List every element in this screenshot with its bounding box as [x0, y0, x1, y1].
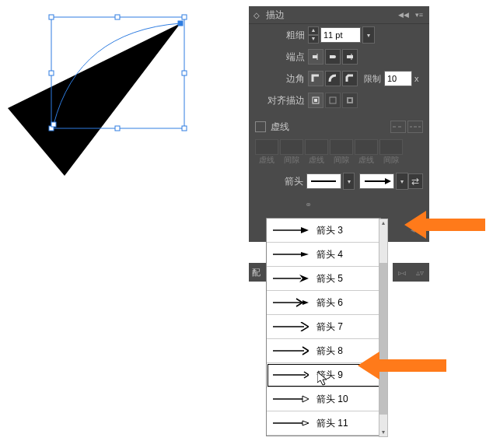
dash-field[interactable] [305, 139, 328, 155]
svg-marker-46 [302, 396, 309, 402]
panel-menu-icon[interactable]: ▾≡ [414, 11, 425, 19]
stroke-panel: ◇ 描边 ◀◀ ▾≡ 粗细 ▲ ▼ 11 pt ▾ 端点 边角 [249, 6, 429, 242]
cap-projecting-icon[interactable] [342, 49, 358, 65]
svg-rect-6 [115, 126, 120, 131]
svg-rect-12 [347, 55, 353, 58]
arrowhead-option[interactable]: 箭头 11 [267, 411, 380, 436]
arrowhead-option[interactable]: 箭头 5 [267, 267, 380, 291]
align-stroke-inside-icon[interactable] [325, 93, 341, 108]
flip-across-icon[interactable]: ▵▿ [416, 268, 424, 277]
profile-flip-icons: ▹◃ ▵▿ [393, 263, 429, 282]
svg-marker-27 [301, 227, 309, 233]
svg-line-38 [301, 327, 309, 331]
anchor-point[interactable] [178, 21, 183, 26]
weight-stepper[interactable]: ▲ ▼ [308, 26, 319, 44]
dash-align-corners-icon[interactable] [407, 121, 423, 133]
gap-field[interactable] [330, 139, 353, 155]
panel-collapse-left-icon[interactable]: ◀◀ [397, 11, 411, 19]
anchor-point[interactable] [51, 122, 56, 127]
svg-rect-15 [314, 99, 317, 102]
flip-along-icon[interactable]: ▹◃ [398, 268, 406, 277]
arrowhead-option[interactable]: 箭头 4 [267, 243, 380, 267]
limit-unit: x [414, 74, 419, 83]
svg-rect-17 [348, 98, 352, 103]
corner-miter-icon[interactable] [308, 71, 323, 86]
svg-rect-0 [49, 15, 54, 19]
swap-arrowheads-icon[interactable]: ⇄ [408, 173, 423, 189]
triangle-shape[interactable] [8, 23, 180, 176]
align-row: 对齐描边 [249, 89, 429, 111]
panel-collapse-icon[interactable]: ◇ [253, 11, 260, 19]
cap-label: 端点 [255, 51, 308, 64]
dash-labels-row: 虚线 间隙 虚线 间隙 虚线 间隙 [249, 155, 429, 166]
panel-title: 描边 [263, 7, 288, 23]
svg-marker-50 [404, 211, 485, 239]
arrowhead-option[interactable]: 箭头 10 [267, 387, 380, 411]
corner-bevel-icon[interactable] [342, 71, 358, 86]
svg-rect-3 [49, 71, 54, 75]
dashed-label: 虚线 [271, 121, 289, 134]
align-stroke-outside-icon[interactable] [342, 93, 358, 108]
align-stroke-center-icon[interactable] [308, 93, 323, 108]
svg-rect-4 [182, 71, 187, 75]
svg-line-37 [301, 322, 309, 327]
cap-butt-icon[interactable] [308, 49, 323, 65]
mouse-cursor-icon [317, 372, 330, 387]
gap-field[interactable] [280, 139, 303, 155]
arrowhead-end-select[interactable] [359, 173, 394, 189]
arrowhead-option[interactable]: 箭头 7 [267, 315, 380, 339]
stepper-down-icon[interactable]: ▼ [308, 35, 319, 44]
svg-marker-49 [317, 372, 327, 385]
arrowhead-scale-row: ⚭ [249, 192, 429, 217]
arrowhead-option[interactable]: 箭头 6 [267, 291, 380, 315]
weight-row: 粗细 ▲ ▼ 11 pt ▾ [249, 24, 429, 46]
arrowhead-start-select[interactable] [306, 173, 341, 189]
dashed-checkbox[interactable] [255, 121, 266, 132]
scrollbar-up-icon[interactable]: ▴ [379, 219, 387, 227]
svg-rect-16 [330, 97, 336, 103]
callout-arrow-icon [404, 211, 490, 257]
arrowhead-label: 箭头 [255, 175, 306, 188]
svg-marker-29 [301, 252, 309, 257]
limit-field[interactable]: 10 [384, 71, 412, 86]
gap-field[interactable] [379, 139, 403, 155]
svg-rect-1 [115, 15, 120, 19]
callout-arrow-icon [358, 352, 451, 383]
svg-marker-48 [302, 421, 309, 425]
corner-round-icon[interactable] [325, 71, 341, 86]
arrowhead-row: 箭头 ▾ ▾ ⇄ [249, 170, 429, 192]
svg-marker-35 [302, 300, 309, 305]
scrollbar-down-icon[interactable]: ▾ [379, 429, 387, 436]
stepper-up-icon[interactable]: ▲ [308, 26, 319, 35]
cap-row: 端点 [249, 46, 429, 68]
corner-label: 边角 [255, 72, 308, 86]
dash-fields-row [249, 139, 429, 155]
arrowhead-option[interactable]: 箭头 3 [267, 219, 380, 243]
weight-dropdown-button[interactable]: ▾ [362, 26, 375, 44]
panel-header[interactable]: ◇ 描边 ◀◀ ▾≡ [249, 6, 429, 24]
dash-field[interactable] [255, 139, 278, 155]
dash-preserve-exact-icon[interactable] [390, 121, 406, 133]
corner-row: 边角 限制 10 x [249, 68, 429, 89]
dash-field[interactable] [355, 139, 378, 155]
svg-rect-2 [182, 15, 187, 19]
cap-round-icon[interactable] [325, 49, 341, 65]
svg-rect-8 [313, 55, 317, 58]
dropdown-scrollbar[interactable]: ▴ ▾ [379, 219, 388, 437]
svg-marker-51 [358, 352, 446, 380]
weight-label: 粗细 [255, 29, 308, 42]
svg-marker-25 [385, 178, 391, 184]
arrowhead-start-dropdown-button[interactable]: ▾ [343, 173, 355, 190]
svg-point-11 [333, 55, 336, 58]
profile-label: 配 [249, 263, 266, 282]
arrowhead-dropdown: 箭头 3 箭头 4 箭头 5 箭头 6 箭头 7 箭头 8 箭头 9 箭头 10… [266, 218, 381, 436]
dashed-row: 虚线 [249, 116, 429, 138]
arrowhead-end-dropdown-button[interactable]: ▾ [396, 173, 408, 190]
align-label: 对齐描边 [255, 94, 308, 107]
link-icon: ⚭ [305, 200, 312, 210]
limit-label: 限制 [364, 73, 381, 85]
canvas-area[interactable] [0, 0, 233, 194]
weight-field[interactable]: 11 pt [320, 27, 361, 43]
svg-rect-7 [182, 126, 187, 131]
scrollbar-thumb[interactable] [379, 263, 387, 415]
